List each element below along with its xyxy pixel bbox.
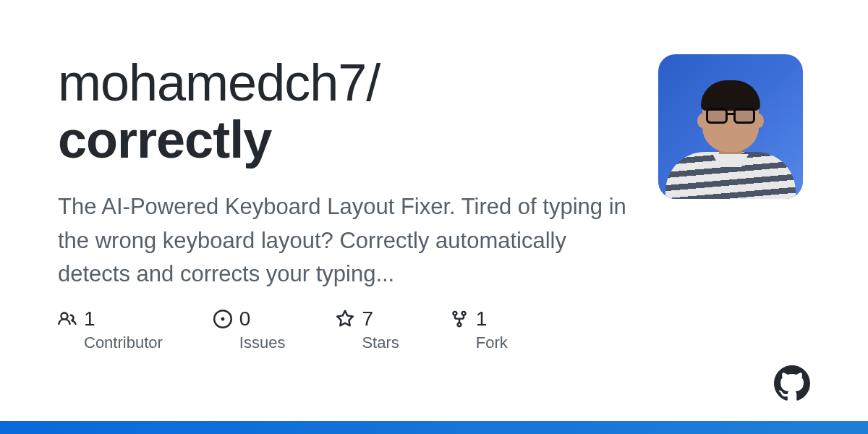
avatar-section bbox=[658, 54, 803, 352]
fork-icon bbox=[450, 310, 469, 328]
stat-stars[interactable]: 7 Stars bbox=[336, 307, 399, 352]
people-icon bbox=[58, 310, 77, 328]
repo-name[interactable]: correctly bbox=[58, 111, 629, 169]
repo-owner[interactable]: mohamedch7/ bbox=[58, 54, 380, 111]
github-logo-icon[interactable] bbox=[774, 365, 810, 401]
repo-main-content: mohamedch7/ correctly The AI-Powered Key… bbox=[58, 54, 629, 352]
forks-label: Fork bbox=[476, 333, 508, 352]
stat-contributors[interactable]: 1 Contributor bbox=[58, 307, 163, 352]
issues-label: Issues bbox=[239, 333, 286, 352]
stars-label: Stars bbox=[362, 333, 399, 352]
repo-description: The AI-Powered Keyboard Layout Fixer. Ti… bbox=[58, 190, 629, 292]
contributors-count: 1 bbox=[84, 307, 95, 331]
issue-icon bbox=[213, 310, 232, 328]
forks-count: 1 bbox=[476, 307, 488, 331]
stats-row: 1 Contributor 0 Issues 7 Stars bbox=[58, 307, 629, 352]
star-icon bbox=[336, 310, 354, 328]
issues-count: 0 bbox=[239, 307, 251, 331]
contributors-label: Contributor bbox=[84, 333, 163, 352]
stat-forks[interactable]: 1 Fork bbox=[450, 307, 508, 352]
bottom-accent-bar bbox=[0, 421, 868, 434]
stat-issues[interactable]: 0 Issues bbox=[213, 307, 286, 352]
stars-count: 7 bbox=[362, 307, 373, 331]
avatar[interactable] bbox=[658, 54, 803, 199]
repo-title: mohamedch7/ correctly bbox=[58, 54, 629, 169]
